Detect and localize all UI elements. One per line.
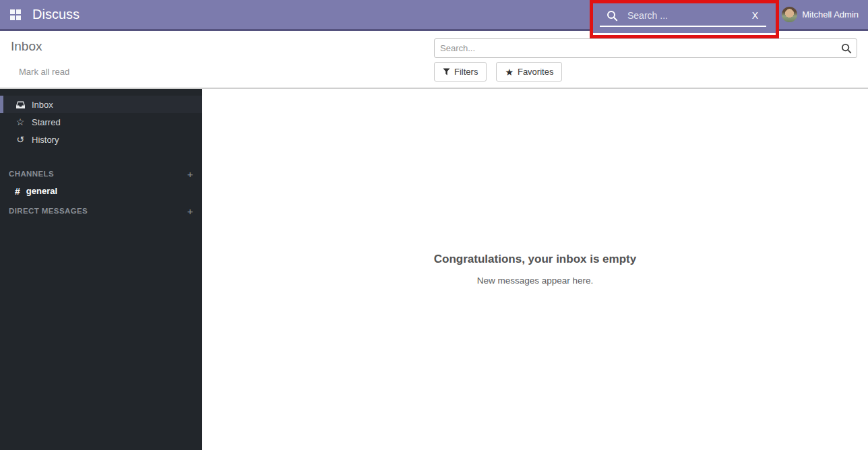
channels-section-header: CHANNELS + [0,167,202,181]
sidebar-item-inbox[interactable]: Inbox [0,96,202,113]
filter-buttons: Filters ★ Favorites [434,62,571,82]
thread-main-area: Congratulations, your inbox is empty New… [202,89,868,450]
favorites-label: Favorites [518,67,553,77]
filter-funnel-icon [443,68,450,75]
add-direct-message-button[interactable]: + [187,205,193,217]
search-underline [600,26,766,27]
empty-state-title: Congratulations, your inbox is empty [202,253,868,266]
search-bar [434,38,857,58]
search-icon [607,10,618,22]
channel-label: general [26,186,57,196]
history-icon: ↺ [15,134,26,145]
user-menu[interactable]: Mitchell Admin [782,7,859,22]
channels-header-label: CHANNELS [9,170,187,178]
star-icon: ★ [505,67,514,77]
sidebar-item-label: History [32,135,59,145]
sidebar-item-label: Inbox [32,100,53,110]
discuss-sidebar: Inbox ☆ Starred ↺ History CHANNELS + # g… [0,89,202,450]
direct-messages-section-header: DIRECT MESSAGES + [0,204,202,218]
inbox-icon [15,100,26,109]
apps-grid-icon [10,9,21,20]
search-input[interactable] [435,43,836,53]
systray-search-placeholder: Search ... [627,10,752,21]
filters-label: Filters [454,67,478,77]
favorites-button[interactable]: ★ Favorites [496,62,562,82]
mark-all-read-button[interactable]: Mark all read [19,67,69,77]
breadcrumb: Inbox [11,39,42,54]
filters-button[interactable]: Filters [434,62,487,82]
sidebar-channel-general[interactable]: # general [0,182,202,200]
user-name: Mitchell Admin [802,9,859,20]
star-outline-icon: ☆ [15,117,26,127]
app-title[interactable]: Discuss [32,7,80,22]
close-icon[interactable]: X [752,10,758,21]
hash-icon: # [15,186,20,197]
sidebar-item-history[interactable]: ↺ History [0,131,202,148]
sidebar-item-label: Starred [32,117,61,127]
empty-state-subtitle: New messages appear here. [202,276,868,286]
add-channel-button[interactable]: + [187,168,193,180]
systray-search-container: Search ... X [592,0,777,33]
direct-messages-header-label: DIRECT MESSAGES [9,207,187,215]
search-submit-button[interactable] [836,39,857,57]
sidebar-item-starred[interactable]: ☆ Starred [0,113,202,131]
control-panel: Inbox Mark all read Filters ★ Favorites [0,31,868,89]
apps-menu-button[interactable] [0,0,31,29]
user-avatar [782,7,797,22]
search-icon [841,43,852,54]
